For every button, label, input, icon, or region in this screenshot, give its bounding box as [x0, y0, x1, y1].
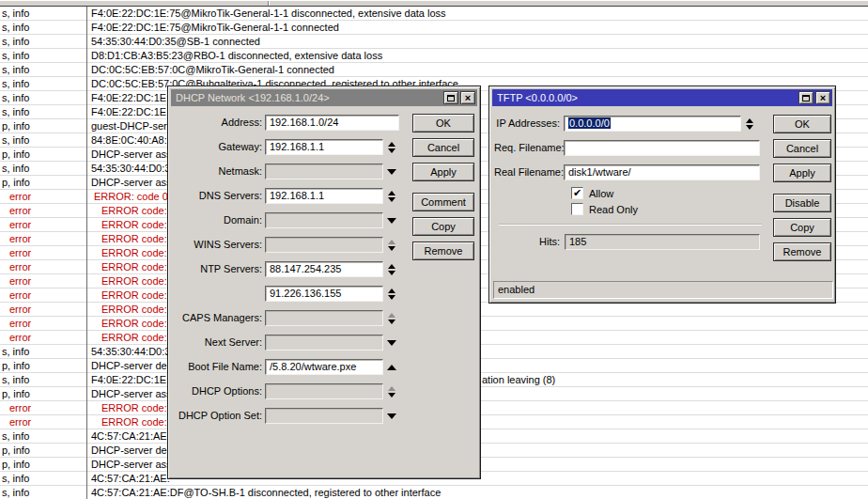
collapse-up-icon[interactable]: [387, 365, 396, 370]
field-input[interactable]: 192.168.1.1: [265, 188, 383, 204]
field-input: [265, 237, 383, 253]
unchecked-checkbox[interactable]: [571, 203, 583, 215]
remove-button[interactable]: Remove: [773, 242, 831, 261]
spinner-down-icon[interactable]: [388, 393, 395, 398]
spinner-control[interactable]: [385, 188, 398, 204]
spinner-control[interactable]: [385, 139, 398, 155]
log-message-cell: ERROR code:: [101, 218, 167, 232]
field-input: [265, 212, 383, 228]
field-label: DHCP Option Set:: [173, 408, 262, 424]
log-topic-cell: error: [0, 204, 86, 218]
spinner-up-icon[interactable]: [388, 142, 395, 147]
ok-button[interactable]: OK: [412, 114, 474, 133]
log-column-divider[interactable]: [268, 1, 269, 6]
spinner-control[interactable]: [385, 261, 398, 277]
log-column-header[interactable]: [0, 0, 868, 7]
spinner-up-icon[interactable]: [388, 313, 395, 318]
spinner-down-icon[interactable]: [746, 125, 753, 130]
log-message-cell: 4C:57:CA:21:AE:DF@TO-SH.B-1 disconnected…: [91, 486, 441, 499]
log-row[interactable]: s, infoDC:0C:5C:EB:57:0C@MikroTik-Genera…: [0, 63, 868, 77]
dropdown-button[interactable]: [385, 212, 398, 228]
log-message-cell: ERROR code:: [101, 303, 167, 317]
spinner-control[interactable]: [385, 237, 398, 253]
spinner-down-icon[interactable]: [388, 320, 395, 324]
checkbox-label[interactable]: Read Only: [589, 204, 638, 215]
checkbox-label[interactable]: Allow: [589, 188, 613, 199]
close-icon: ×: [465, 93, 471, 102]
spinner-down-icon[interactable]: [388, 246, 395, 251]
log-topic-cell: s, info: [0, 373, 86, 387]
spinner-up-icon[interactable]: [388, 191, 395, 195]
field-input[interactable]: 192.168.1.0/24: [265, 115, 399, 131]
tftp-dialog-title: TFTP <0.0.0.0/0>: [497, 92, 798, 103]
log-row[interactable]: s, info54:35:30:44:D0:35@SB-1 connected: [0, 35, 868, 49]
field-input[interactable]: 0.0.0.0/0: [564, 116, 741, 132]
copy-button[interactable]: Copy: [412, 217, 474, 236]
spinner-control[interactable]: [385, 359, 398, 375]
log-message-cell: ERROR code:: [101, 204, 167, 218]
log-message-cell: ERROR code:: [101, 317, 167, 331]
hits-label: Hits:: [494, 234, 560, 250]
copy-button[interactable]: Copy: [773, 218, 831, 237]
spinner-down-icon[interactable]: [388, 197, 395, 202]
log-message-cell: DHCP-server ass: [91, 458, 172, 472]
spinner-up-icon[interactable]: [388, 240, 395, 244]
log-topic-cell: error: [0, 303, 86, 317]
field-input[interactable]: [564, 140, 760, 156]
checkbox-row[interactable]: ✔Allow: [571, 187, 613, 199]
chevron-down-icon: [387, 413, 396, 419]
remove-button[interactable]: Remove: [412, 242, 474, 260]
spinner-up-icon[interactable]: [746, 118, 753, 123]
cancel-button[interactable]: Cancel: [773, 139, 831, 158]
log-message-cell: 4C:57:CA:21:AE:: [91, 429, 170, 444]
spinner-down-icon[interactable]: [388, 148, 395, 153]
dhcp-dialog-titlebar[interactable]: DHCP Network <192.168.1.0/24> ×: [171, 89, 477, 106]
log-topic-cell: p, info: [0, 387, 86, 401]
log-topic-cell: s, info: [0, 162, 86, 176]
cancel-button[interactable]: Cancel: [412, 138, 474, 157]
log-topic-cell: s, info: [0, 91, 86, 105]
disable-button[interactable]: Disable: [773, 194, 831, 212]
apply-button[interactable]: Apply: [412, 163, 474, 181]
spinner-up-icon[interactable]: [388, 386, 395, 391]
log-row[interactable]: s, info4C:57:CA:21:AE:DF@TO-SH.B-1 disco…: [0, 486, 868, 499]
spinner-down-icon[interactable]: [388, 295, 395, 300]
spinner-up-icon[interactable]: [388, 288, 395, 293]
log-row[interactable]: s, infoD8:D1:CB:A3:B5:23@RBO-1 disconnec…: [0, 49, 868, 63]
spinner-down-icon[interactable]: [388, 271, 395, 275]
log-message-fragment: ation leaving (8): [482, 373, 555, 387]
field-input[interactable]: disk1/wtware/: [564, 164, 760, 180]
comment-button[interactable]: Comment: [412, 193, 474, 211]
log-topic-cell: s, info: [0, 105, 86, 119]
spinner-control[interactable]: [385, 383, 398, 399]
spinner-up-icon[interactable]: [388, 264, 395, 269]
field-label: Req. Filename:: [494, 140, 560, 156]
field-input[interactable]: /5.8.20/wtware.pxe: [265, 359, 383, 375]
checked-checkbox[interactable]: ✔: [571, 187, 583, 199]
apply-button[interactable]: Apply: [773, 164, 831, 182]
tftp-dialog-titlebar[interactable]: TFTP <0.0.0.0/0> ×: [492, 89, 832, 106]
log-message-cell: F4:0E:22:DC:1E:7: [91, 373, 175, 387]
spinner-control[interactable]: [385, 286, 398, 302]
close-button[interactable]: ×: [815, 91, 830, 104]
field-input[interactable]: 192.168.1.1: [265, 139, 383, 155]
close-button[interactable]: ×: [460, 91, 475, 104]
log-topic-cell: error: [0, 317, 86, 331]
spinner-control[interactable]: [743, 116, 756, 132]
checkbox-row[interactable]: Read Only: [571, 203, 638, 215]
log-row[interactable]: s, infoF4:0E:22:DC:1E:75@MikroTik-Genera…: [0, 21, 868, 35]
ok-button[interactable]: OK: [773, 115, 831, 133]
spinner-control[interactable]: [385, 310, 398, 326]
log-row[interactable]: s, infoF4:0E:22:DC:1E:75@MikroTik-Genera…: [0, 7, 868, 21]
field-input[interactable]: 88.147.254.235: [265, 261, 383, 277]
maximize-button[interactable]: [443, 91, 458, 104]
dropdown-button[interactable]: [385, 408, 398, 424]
log-message-cell: ERROR code:: [101, 331, 167, 345]
log-topic-cell: error: [0, 246, 86, 260]
dropdown-button[interactable]: [385, 335, 398, 351]
maximize-button[interactable]: [798, 91, 814, 104]
log-topic-cell: s, info: [0, 63, 86, 77]
dhcp-network-dialog: DHCP Network <192.168.1.0/24> × Address:…: [167, 86, 481, 479]
dropdown-button[interactable]: [385, 164, 398, 179]
field-input[interactable]: 91.226.136.155: [265, 286, 383, 302]
